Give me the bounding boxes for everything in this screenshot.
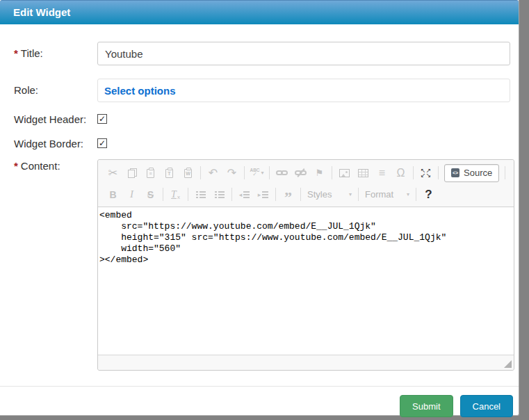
- source-button[interactable]: <> Source: [444, 164, 499, 182]
- checkmark-icon: ✓: [99, 139, 106, 147]
- role-select[interactable]: Select options: [97, 79, 510, 102]
- content-row: *Content: ✂ ≡ T W ↶ ↷: [14, 159, 510, 371]
- dialog-header: Edit Widget: [0, 0, 519, 24]
- unlink-icon: [295, 169, 307, 177]
- anchor-flag-icon: ⚑: [316, 168, 324, 178]
- submit-button[interactable]: Submit: [400, 395, 453, 417]
- styles-dropdown[interactable]: Styles ▾: [304, 186, 355, 203]
- bold-icon: B: [109, 189, 116, 200]
- toolbar-separator: [244, 166, 245, 179]
- indent-button[interactable]: ▸: [254, 186, 272, 203]
- toolbar-separator: [231, 188, 232, 201]
- required-marker: *: [14, 160, 18, 172]
- copy-icon: [127, 168, 137, 178]
- blockquote-icon: ”: [284, 188, 292, 201]
- dialog-footer: Submit Cancel: [0, 387, 519, 417]
- edit-widget-dialog: Edit Widget *Title: Role: Select options…: [0, 0, 519, 416]
- widget-border-checkbox[interactable]: ✓: [97, 138, 107, 148]
- toolbar-separator: [300, 188, 301, 201]
- title-input[interactable]: [97, 42, 510, 65]
- toolbar-row-1: ✂ ≡ T W ↶ ↷ ABC ✓: [104, 162, 508, 184]
- undo-icon: ↶: [209, 166, 218, 179]
- toolbar-separator: [275, 188, 276, 201]
- bulleted-list-icon: [215, 191, 225, 198]
- title-label: *Title:: [14, 42, 97, 59]
- toolbar-separator: [332, 166, 332, 179]
- remove-format-icon: Tx: [171, 189, 180, 200]
- role-select-value[interactable]: Select options: [104, 85, 176, 97]
- toolbar-separator: [163, 188, 163, 201]
- format-dropdown[interactable]: Format ▾: [361, 186, 413, 203]
- toolbar-separator: [505, 166, 505, 179]
- paste-icon: ≡: [147, 169, 154, 178]
- paste-as-text-button[interactable]: T: [160, 164, 179, 181]
- toolbar-separator: [416, 188, 416, 201]
- paste-from-word-button[interactable]: W: [179, 164, 197, 181]
- content-label: *Content:: [14, 159, 97, 172]
- unlink-button[interactable]: [291, 164, 310, 181]
- paste-text-icon: T: [165, 169, 173, 178]
- outdent-icon: ◂: [239, 191, 250, 198]
- table-icon: [358, 169, 368, 177]
- toolbar-separator: [188, 188, 188, 201]
- cut-icon: ✂: [108, 166, 117, 179]
- rich-text-editor: ✂ ≡ T W ↶ ↷ ABC ✓: [97, 159, 514, 371]
- undo-button[interactable]: ↶: [204, 164, 222, 181]
- toolbar-separator: [438, 166, 439, 179]
- toolbar-separator: [358, 188, 359, 201]
- link-icon: [276, 169, 288, 177]
- italic-icon: I: [130, 188, 133, 200]
- maximize-button[interactable]: ↖↗↙↘: [416, 164, 435, 181]
- format-dropdown-label: Format: [365, 189, 393, 200]
- bold-button[interactable]: B: [104, 186, 122, 203]
- source-code-icon: <>: [451, 168, 459, 177]
- toolbar-separator: [269, 166, 270, 179]
- caret-down-icon: ▾: [261, 170, 264, 176]
- resize-handle-icon[interactable]: [504, 360, 512, 368]
- spellcheck-icon: ABC ✓ ▾: [250, 168, 263, 178]
- table-button[interactable]: [354, 164, 373, 181]
- numbered-list-icon: [196, 191, 206, 198]
- italic-button[interactable]: I: [122, 186, 141, 203]
- numbered-list-button[interactable]: [191, 186, 210, 203]
- image-button[interactable]: [335, 164, 354, 181]
- special-char-button[interactable]: Ω: [391, 164, 410, 181]
- toolbar-row-2: B I S Tx: [104, 184, 508, 205]
- copy-button[interactable]: [122, 164, 141, 181]
- help-button[interactable]: ?: [419, 186, 438, 203]
- caret-down-icon: ▾: [407, 191, 409, 197]
- styles-dropdown-label: Styles: [307, 189, 332, 200]
- link-button[interactable]: [272, 164, 291, 181]
- widget-header-label: Widget Header:: [14, 113, 97, 125]
- widget-header-checkbox[interactable]: ✓: [97, 114, 107, 124]
- role-row: Role: Select options: [14, 79, 510, 102]
- paste-button[interactable]: ≡: [141, 164, 160, 181]
- cut-button[interactable]: ✂: [104, 164, 122, 181]
- bulleted-list-button[interactable]: [210, 186, 229, 203]
- source-button-label: Source: [464, 168, 492, 178]
- cancel-button[interactable]: Cancel: [460, 395, 513, 417]
- edit-widget-form: *Title: Role: Select options Widget Head…: [0, 24, 519, 371]
- redo-icon: ↷: [227, 166, 236, 179]
- blockquote-button[interactable]: ”: [279, 186, 298, 203]
- caret-down-icon: ▾: [349, 191, 352, 197]
- title-row: *Title:: [14, 42, 510, 65]
- source-code-textarea[interactable]: <embed src="https://www.youtube.com/embe…: [98, 207, 514, 355]
- remove-format-button[interactable]: Tx: [166, 186, 185, 203]
- anchor-button[interactable]: ⚑: [310, 164, 329, 181]
- widget-header-row: Widget Header: ✓: [14, 112, 510, 126]
- checkmark-icon: ✓: [99, 115, 106, 123]
- horizontal-rule-button[interactable]: ≡: [373, 164, 391, 181]
- toolbar-separator: [200, 166, 201, 179]
- horizontal-rule-icon: ≡: [379, 167, 385, 179]
- required-marker: *: [14, 47, 18, 59]
- strikethrough-button[interactable]: S: [141, 186, 160, 203]
- spellcheck-button[interactable]: ABC ✓ ▾: [247, 164, 266, 181]
- redo-button[interactable]: ↷: [222, 164, 241, 181]
- strikethrough-icon: S: [147, 189, 154, 200]
- widget-border-label: Widget Border:: [14, 138, 97, 150]
- role-label: Role:: [14, 79, 97, 96]
- dialog-title: Edit Widget: [13, 6, 70, 18]
- outdent-button[interactable]: ◂: [235, 186, 254, 203]
- indent-icon: ▸: [258, 191, 269, 198]
